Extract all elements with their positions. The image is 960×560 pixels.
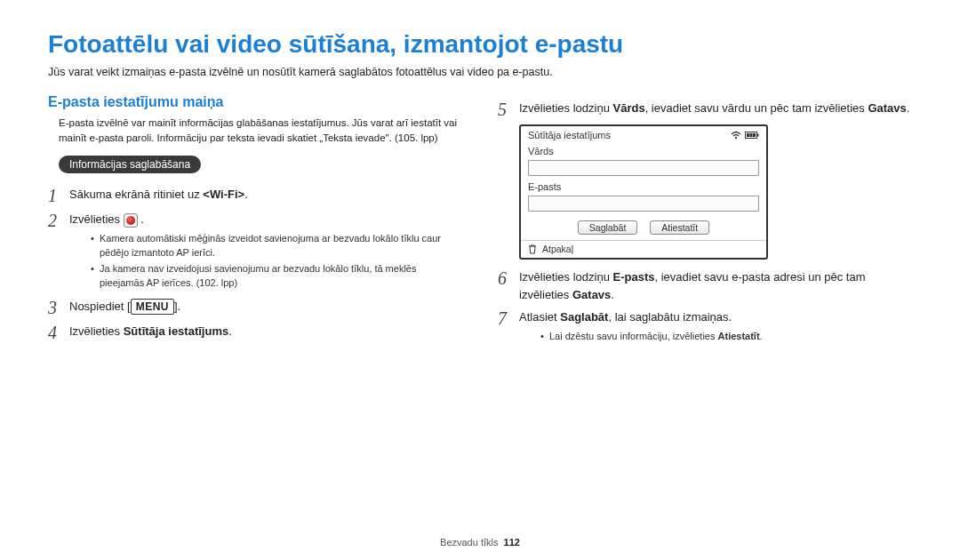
device-email-field[interactable]: [528, 196, 759, 212]
step-number: 5: [498, 100, 519, 119]
section-description: E-pasta izvēlnē var mainīt informācijas …: [48, 116, 462, 145]
trash-icon: [528, 244, 537, 254]
sender-settings-label: Sūtītāja iestatījums: [124, 324, 228, 338]
step-number: 2: [48, 211, 69, 230]
wifi-label: <Wi-Fi>: [203, 188, 244, 201]
svg-rect-2: [747, 133, 749, 137]
step-4: 4 Izvēlieties Sūtītāja iestatījums.: [48, 323, 462, 342]
step-text: Nospiediet [: [69, 300, 131, 313]
email-field-label: E-pasts: [613, 270, 655, 284]
device-screenshot: Sūtītāja iestatījums Vārds E-pasts Sagla…: [519, 124, 768, 260]
wifi-icon: [731, 131, 741, 140]
svg-point-0: [735, 138, 737, 140]
step-2-note-1: Kamera automātiski mēģinās izveidot savi…: [91, 232, 462, 260]
device-email-label: E-pasts: [528, 181, 759, 192]
done-label: Gatavs: [572, 288, 611, 301]
email-app-icon: [124, 213, 138, 228]
step-7: 7 Atlasiet Saglabāt, lai saglabātu izmai…: [498, 308, 912, 345]
name-field-label: Vārds: [613, 101, 645, 115]
svg-rect-5: [757, 134, 759, 137]
device-name-label: Vārds: [528, 146, 759, 156]
step-text: Izvēlieties: [69, 324, 124, 338]
device-title: Sūtītāja iestatījums: [528, 130, 611, 140]
right-column: 5 Izvēlieties lodziņu Vārds, ievadiet sa…: [498, 94, 912, 347]
page-number: 112: [504, 537, 520, 548]
svg-rect-4: [753, 133, 756, 137]
device-reset-button[interactable]: Atiestatīt: [650, 220, 709, 235]
page-title: Fotoattēlu vai video sūtīšana, izmantojo…: [48, 30, 912, 59]
step-number: 6: [498, 268, 519, 288]
device-back-label: Atpakaļ: [542, 244, 573, 254]
info-saving-pill: Informācijas saglabāšana: [59, 156, 201, 173]
step-3: 3 Nospiediet [MENU].: [48, 298, 462, 317]
step-2: 2 Izvēlieties . Kamera automātiski mēģin…: [48, 211, 462, 292]
step-6: 6 Izvēlieties lodziņu E-pasts, ievadiet …: [498, 268, 912, 303]
battery-icon: [745, 131, 759, 140]
page-footer: Bezvadu tīkls 112: [0, 537, 960, 548]
left-column: E-pasta iestatījumu maiņa E-pasta izvēln…: [48, 94, 462, 347]
step-7-note: Lai dzēstu savu informāciju, izvēlieties…: [540, 330, 912, 344]
footer-section: Bezvadu tīkls: [440, 537, 498, 548]
device-name-field[interactable]: [528, 160, 759, 176]
step-5: 5 Izvēlieties lodziņu Vārds, ievadiet sa…: [498, 100, 912, 119]
step-number: 7: [498, 308, 519, 328]
step-number: 4: [48, 323, 69, 342]
reset-label: Atiestatīt: [718, 331, 760, 341]
step-number: 3: [48, 298, 69, 317]
menu-button-icon: MENU: [131, 299, 174, 315]
step-2-note-2: Ja kamera nav izveidojusi savienojumu ar…: [91, 262, 462, 291]
intro-text: Jūs varat veikt izmaiņas e-pasta izvēlnē…: [48, 66, 912, 78]
step-text: Sākuma ekrānā ritiniet uz: [69, 188, 203, 201]
step-1: 1 Sākuma ekrānā ritiniet uz <Wi-Fi>.: [48, 186, 462, 205]
done-label: Gatavs: [868, 101, 906, 115]
svg-rect-3: [750, 133, 753, 137]
step-text: Izvēlieties: [69, 212, 124, 226]
step-number: 1: [48, 186, 69, 205]
device-save-button[interactable]: Saglabāt: [578, 220, 637, 235]
save-label: Saglabāt: [560, 310, 608, 324]
section-title: E-pasta iestatījumu maiņa: [48, 94, 462, 110]
